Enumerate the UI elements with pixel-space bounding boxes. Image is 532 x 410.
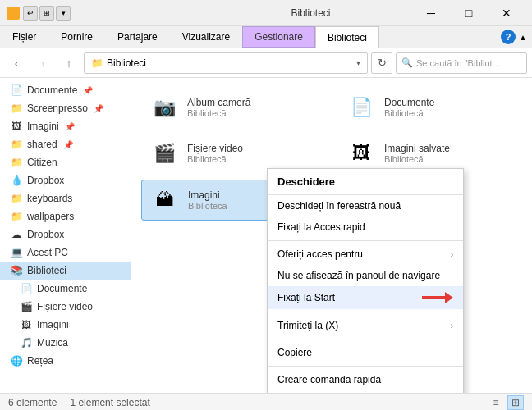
sidebar-retea-icon: 🌐	[10, 354, 23, 367]
address-chevron-icon: ▾	[356, 58, 360, 67]
ctx-open-new-window-label: Deschideți în fereastră nouă	[277, 200, 401, 212]
ctx-create-shortcut[interactable]: Creare comandă rapidă	[268, 369, 463, 390]
title-bar: ↩ ⊞ ▾ Biblioteci ─ □ ✕	[0, 0, 532, 26]
sidebar-item-sub-documente[interactable]: 📄 Documente	[0, 280, 131, 298]
sidebar-item-screenpresso[interactable]: 📁 Screenpresso 📌	[0, 99, 131, 117]
tab-gestionare[interactable]: Gestionare	[242, 26, 315, 48]
back-button[interactable]: ‹	[5, 52, 28, 75]
imagini-salvate-text: Imagini salvate Bibliotecă	[384, 143, 450, 164]
sidebar-sub-documente-icon: 📄	[20, 282, 33, 295]
help-button[interactable]: ?	[501, 30, 516, 44]
sidebar-sub-muzica-icon: 🎵	[20, 336, 33, 349]
sidebar-dropbox-cloud-label: Dropbox	[27, 229, 64, 240]
maximize-button[interactable]: □	[450, 0, 488, 26]
ctx-quick-access[interactable]: Fixați la Acces rapid	[268, 216, 463, 238]
ribbon: Fișier Pornire Partajare Vizualizare Ges…	[0, 26, 532, 48]
sidebar-dropbox-folder-icon: 💧	[10, 174, 23, 187]
customize-btn[interactable]: ▾	[56, 6, 71, 20]
search-placeholder: Se caută în "Bibliot...	[416, 58, 500, 68]
sidebar-sub-documente-label: Documente	[37, 283, 87, 294]
sidebar-keyboards-label: keyboards	[27, 193, 72, 204]
tab-fisier[interactable]: Fișier	[0, 26, 48, 48]
ctx-separator-4	[268, 366, 463, 367]
close-button[interactable]: ✕	[488, 0, 525, 26]
tab-biblioteci[interactable]: Biblioteci	[315, 26, 379, 48]
sidebar-item-citizen[interactable]: 📁 Citizen	[0, 153, 131, 171]
sidebar-documente-icon: 📄	[10, 84, 23, 97]
ctx-pin-start-red-arrow	[420, 291, 453, 304]
imagini-salvate-name: Imagini salvate	[384, 143, 450, 154]
sidebar-citizen-label: Citizen	[27, 157, 57, 168]
up-button[interactable]: ↑	[57, 52, 80, 75]
sidebar-wallpapers-label: wallpapers	[27, 211, 74, 222]
sidebar-item-dropbox-folder[interactable]: 💧 Dropbox	[0, 171, 131, 189]
sidebar-item-retea[interactable]: 🌐 Rețea	[0, 352, 131, 370]
sidebar-item-keyboards[interactable]: 📁 keyboards	[0, 189, 131, 207]
sidebar-item-documente[interactable]: 📄 Documente 📌	[0, 81, 131, 99]
title-bar-left: ↩ ⊞ ▾	[7, 6, 209, 20]
sidebar-sub-video-icon: 🎬	[20, 300, 33, 313]
properties-btn[interactable]: ⊞	[39, 6, 54, 20]
ctx-open-new-window[interactable]: Deschideți în fereastră nouă	[268, 195, 463, 216]
ctx-copy-label: Copiere	[277, 347, 312, 358]
window-controls: ─ □ ✕	[412, 0, 525, 26]
title-bar-folder-icon	[7, 7, 20, 20]
sidebar-biblioteci-icon: 📚	[10, 264, 23, 277]
ctx-quick-access-label: Fixați la Acces rapid	[277, 221, 365, 233]
sidebar-screenpresso-label: Screenpresso	[27, 102, 88, 114]
sidebar-sub-video-label: Fișiere video	[37, 301, 93, 312]
sidebar-dropbox-folder-label: Dropbox	[27, 175, 64, 186]
address-bar[interactable]: 📁 Biblioteci ▾	[84, 52, 368, 74]
sidebar-imagini-pin: 📌	[65, 122, 75, 131]
imagini-name: Imagini	[188, 189, 227, 201]
sidebar-item-sub-imagini[interactable]: 🖼 Imagini	[0, 316, 131, 334]
ctx-send-to[interactable]: Trimiteți la (X) ›	[268, 315, 463, 336]
sidebar-item-sub-muzica[interactable]: 🎵 Muzică	[0, 334, 131, 352]
sidebar-item-imagini[interactable]: 🖼 Imagini 📌	[0, 117, 131, 135]
sidebar-citizen-icon: 📁	[10, 156, 23, 169]
quick-access-toolbar-btn[interactable]: ↩	[23, 6, 38, 20]
content-item-imagini-salvate[interactable]: 🖼 Imagini salvate Bibliotecă	[338, 134, 522, 173]
status-selected: 1 element selectat	[70, 397, 149, 408]
sidebar: 📄 Documente 📌 📁 Screenpresso 📌 🖼 Imagini…	[0, 78, 131, 393]
sidebar-item-shared[interactable]: 📁 shared 📌	[0, 135, 131, 153]
ribbon-collapse-button[interactable]: ▲	[519, 33, 527, 42]
sidebar-item-dropbox-cloud[interactable]: ☁ Dropbox	[0, 226, 131, 244]
content-item-video[interactable]: 🎬 Fișiere video Bibliotecă	[141, 134, 325, 173]
view-details-button[interactable]: ≡	[488, 395, 504, 410]
documente-icon: 📄	[345, 93, 378, 122]
tab-partajare[interactable]: Partajare	[105, 26, 170, 48]
tab-pornire[interactable]: Pornire	[48, 26, 105, 48]
sidebar-item-acest-pc[interactable]: 💻 Acest PC	[0, 244, 131, 262]
ctx-delete[interactable]: Ștergere	[268, 390, 463, 393]
sidebar-item-biblioteci[interactable]: 📚 Biblioteci	[0, 262, 131, 280]
tab-vizualizare[interactable]: Vizualizare	[170, 26, 242, 48]
sidebar-item-sub-video[interactable]: 🎬 Fișiere video	[0, 298, 131, 316]
ctx-pin-start[interactable]: Fixați la Start	[268, 286, 463, 309]
imagini-salvate-icon: 🖼	[345, 139, 378, 168]
sidebar-sub-imagini-icon: 🖼	[20, 318, 33, 331]
ctx-copy[interactable]: Copiere	[268, 342, 463, 363]
sidebar-acest-pc-label: Acest PC	[27, 247, 68, 258]
sidebar-acest-pc-icon: 💻	[10, 246, 23, 259]
minimize-button[interactable]: ─	[412, 0, 450, 26]
content-item-documente[interactable]: 📄 Documente Bibliotecă	[338, 88, 522, 127]
search-bar[interactable]: 🔍 Se caută în "Bibliot...	[396, 52, 527, 74]
main-area: 📄 Documente 📌 📁 Screenpresso 📌 🖼 Imagini…	[0, 78, 532, 393]
video-icon: 🎬	[148, 139, 181, 168]
ctx-grant-access[interactable]: Oferiți acces pentru ›	[268, 244, 463, 265]
sidebar-documente-label: Documente	[27, 84, 77, 96]
refresh-button[interactable]: ↻	[371, 52, 392, 74]
status-count: 6 elemente	[8, 397, 57, 408]
ctx-hide-nav[interactable]: Nu se afișează în panoul de navigare	[268, 265, 463, 286]
forward-button[interactable]: ›	[31, 52, 54, 75]
sidebar-retea-label: Rețea	[27, 355, 53, 367]
content-item-album-camera[interactable]: 📷 Album cameră Bibliotecă	[141, 88, 325, 127]
ctx-hide-nav-label: Nu se afișează în panoul de navigare	[277, 270, 440, 281]
address-path: Biblioteci	[107, 57, 146, 69]
view-tiles-button[interactable]: ⊞	[507, 395, 524, 410]
sidebar-item-wallpapers[interactable]: 📁 wallpapers	[0, 207, 131, 226]
imagini-type: Bibliotecă	[188, 201, 227, 211]
status-view-buttons: ≡ ⊞	[488, 395, 524, 410]
album-camera-icon: 📷	[148, 93, 181, 122]
